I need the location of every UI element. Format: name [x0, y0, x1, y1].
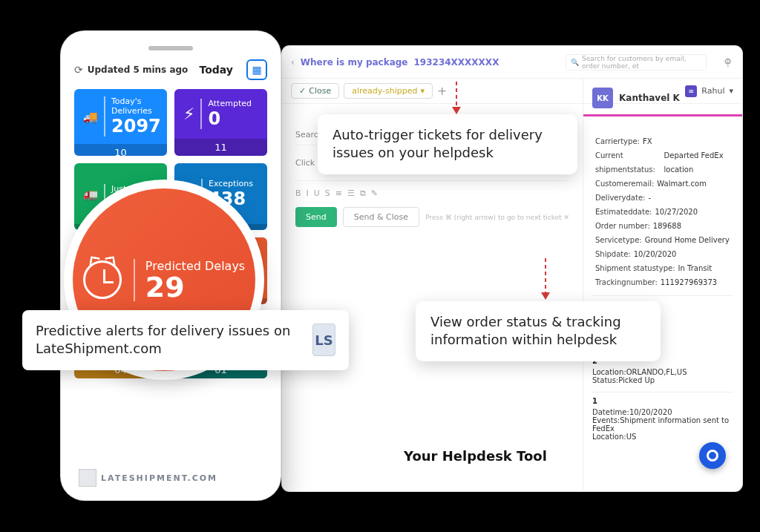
callout-view-order: View order status & tracking information…: [416, 301, 661, 361]
tile-deliveries[interactable]: 🚚 Today's Deliveries2097 10: [74, 89, 167, 156]
send-and-close-button[interactable]: Send & Close: [343, 207, 419, 227]
accent-divider: [583, 114, 742, 116]
lateshipment-logo-icon: LS: [312, 324, 335, 356]
chat-bubble-icon[interactable]: [699, 442, 726, 469]
date-filter[interactable]: Today: [200, 64, 233, 76]
helpdesk-label: Your Helpdesk Tool: [404, 448, 547, 464]
shipment-details: Carriertype:FX Current shipmentstatus:De…: [592, 122, 733, 289]
alarm-clock-icon: [83, 260, 122, 299]
refresh-icon: ⟳: [74, 64, 83, 76]
keyboard-hint: Press ⌘ (right arrow) to go to next tick…: [425, 214, 569, 221]
editor-toolbar[interactable]: B I U S ≡ ☰ ⧉ ✎: [295, 188, 569, 198]
callout-auto-trigger: Auto-trigger tickets for delivery issues…: [318, 114, 577, 174]
callout-predictive-alerts: Predictive alerts for delivery issues on…: [22, 310, 349, 370]
truck-icon: 🚛: [83, 187, 98, 201]
truck-icon: 🚚: [83, 110, 98, 124]
lightning-icon: ⚡: [183, 105, 194, 123]
ticket-header: ‹ Where is my package 193234XXXXXXX ⋮ 🔍 …: [282, 46, 742, 79]
nav-back-icon[interactable]: ‹: [291, 57, 295, 68]
add-tag-icon[interactable]: +: [437, 84, 447, 98]
customer-name: Kanthavel K: [619, 93, 680, 103]
search-placeholder: Search for customers by email, order num…: [582, 55, 701, 70]
ticket-id: 193234XXXXXXX: [414, 57, 499, 68]
customer-side-panel: KK Kanthavel K Carriertype:FX Current sh…: [583, 79, 742, 491]
search-icon: 🔍: [571, 59, 579, 66]
send-button[interactable]: Send: [295, 207, 337, 227]
lateshipment-logo: LATESHIPMENT.COM: [79, 469, 217, 487]
close-ticket-chip[interactable]: ✓ Close: [291, 83, 339, 99]
predicted-delays-value: 29: [145, 273, 245, 301]
ticket-subject-prefix: Where is my package: [301, 57, 408, 68]
calendar-icon[interactable]: ▦: [246, 59, 267, 80]
tile-attempted[interactable]: ⚡ Attempted0 11: [174, 89, 267, 156]
customer-search-input[interactable]: 🔍 Search for customers by email, order n…: [566, 54, 707, 70]
logo-icon: [79, 469, 96, 487]
phone-speaker: [148, 46, 193, 50]
gear-icon[interactable]: ⚙: [724, 56, 732, 67]
helpdesk-window: ‹ Where is my package 193234XXXXXXX ⋮ 🔍 …: [282, 46, 742, 491]
status-chip[interactable]: already-shipped ▾: [344, 83, 433, 99]
event-index: 1: [592, 397, 733, 405]
updated-label: Updated 5 mins ago: [88, 65, 189, 75]
customer-avatar: KK: [592, 88, 613, 108]
